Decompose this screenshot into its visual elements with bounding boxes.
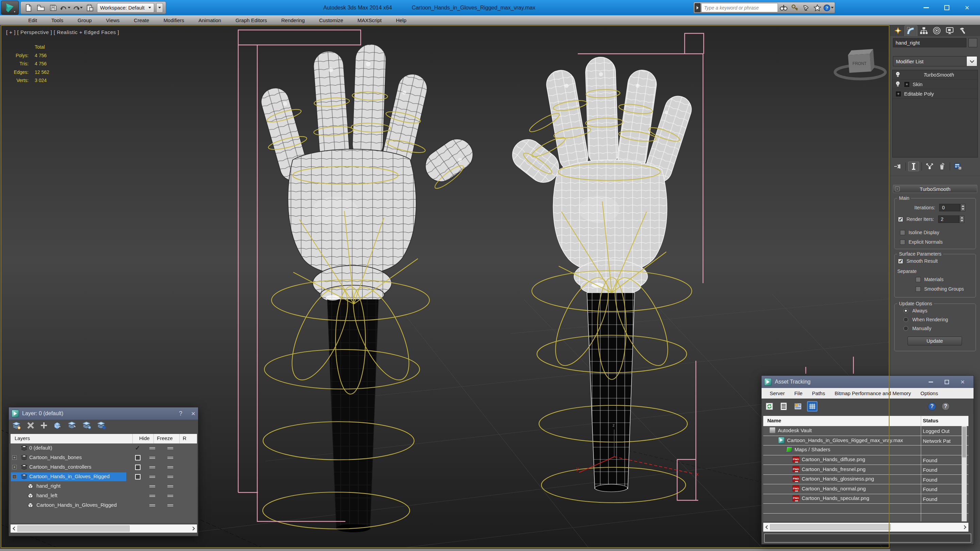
isoline-display-checkbox[interactable] xyxy=(900,230,905,235)
maximize-button[interactable] xyxy=(945,380,949,384)
freeze-toggle[interactable] xyxy=(167,447,173,449)
materials-checkbox[interactable] xyxy=(916,277,921,282)
configure-modifier-sets-icon[interactable] xyxy=(953,162,963,171)
help-dropdown-arrow[interactable] xyxy=(831,7,834,8)
turbosmooth-rollout-header[interactable]: - TurboSmooth xyxy=(893,185,977,193)
visibility-bulb-icon[interactable] xyxy=(895,81,900,88)
hide-toggle[interactable] xyxy=(150,457,155,459)
layer-row[interactable]: 0 (default) xyxy=(11,443,197,453)
object-color-swatch[interactable] xyxy=(969,38,977,47)
help-icon[interactable]: ? xyxy=(942,402,950,411)
close-button[interactable]: × xyxy=(191,409,195,417)
asset-row[interactable]: PNGCartoon_Hands_diffuse.png Found xyxy=(763,455,969,465)
minimize-button[interactable] xyxy=(929,382,933,382)
current-layer-box[interactable] xyxy=(135,455,140,460)
horizontal-scrollbar[interactable] xyxy=(11,524,197,533)
horizontal-scrollbar[interactable] xyxy=(763,523,969,532)
layer-window-titlebar[interactable]: Layer: 0 (default) ? × xyxy=(9,408,198,420)
current-layer-check[interactable] xyxy=(135,444,141,451)
visibility-bulb-icon[interactable] xyxy=(895,72,900,78)
expand-icon[interactable]: + xyxy=(904,82,909,87)
render-iters-checkbox[interactable] xyxy=(898,217,903,222)
menu-file[interactable]: File xyxy=(789,389,807,398)
menu-graph-editors[interactable]: Graph Editors xyxy=(228,15,274,25)
current-layer-box[interactable] xyxy=(135,465,140,470)
hide-toggle[interactable] xyxy=(150,447,155,449)
show-end-result-icon[interactable] xyxy=(908,162,919,171)
open-file-icon[interactable] xyxy=(36,3,46,13)
remove-modifier-icon[interactable] xyxy=(937,162,947,171)
scroll-thumb[interactable] xyxy=(18,526,130,532)
menu-edit[interactable]: Edit xyxy=(21,15,44,25)
hide-toggle[interactable] xyxy=(150,476,155,478)
object-name-field[interactable] xyxy=(893,38,966,47)
menu-server[interactable]: Server xyxy=(765,389,789,398)
asset-row[interactable]: PNGCartoon_Hands_normal.png Found xyxy=(763,484,969,494)
hide-toggle[interactable] xyxy=(150,495,155,497)
menu-views[interactable]: Views xyxy=(99,15,127,25)
render-iters-spinner[interactable] xyxy=(959,215,964,223)
infocenter-collapse-button[interactable] xyxy=(695,3,701,12)
project-folder-icon[interactable] xyxy=(85,3,95,13)
menu-bitmap-performance[interactable]: Bitmap Performance and Memory xyxy=(830,389,916,398)
asset-row[interactable]: Maps / Shaders xyxy=(763,446,969,455)
smooth-result-checkbox[interactable] xyxy=(898,259,903,264)
sign-in-icon[interactable] xyxy=(789,3,800,12)
list-view-icon[interactable] xyxy=(778,401,789,411)
menu-help[interactable]: Help xyxy=(388,15,414,25)
freeze-toggle[interactable] xyxy=(167,476,173,478)
refresh-icon[interactable] xyxy=(764,401,775,411)
tab-create[interactable] xyxy=(891,25,904,36)
stack-row-skin[interactable]: + Skin xyxy=(892,80,978,89)
menu-animation[interactable]: Animation xyxy=(191,15,228,25)
menu-modifiers[interactable]: Modifiers xyxy=(156,15,191,25)
hide-toggle[interactable] xyxy=(150,504,155,506)
menu-paths[interactable]: Paths xyxy=(807,389,830,398)
scroll-thumb[interactable] xyxy=(770,524,891,530)
render-iters-field[interactable]: 2 xyxy=(938,215,959,223)
asset-row[interactable]: Autodesk Vault Logged Out xyxy=(763,426,969,436)
pin-stack-icon[interactable] xyxy=(892,162,903,171)
toolbar-options-button[interactable] xyxy=(156,3,163,13)
update-button[interactable]: Update xyxy=(907,337,962,346)
update-when-rendering-radio[interactable] xyxy=(904,317,908,322)
current-layer-box[interactable] xyxy=(135,474,140,479)
freeze-toggle[interactable] xyxy=(167,485,173,487)
menu-rendering[interactable]: Rendering xyxy=(274,15,312,25)
tab-hierarchy[interactable] xyxy=(917,25,930,36)
object-row[interactable]: Cartoon_Hands_in_Gloves_Rigged xyxy=(11,501,197,510)
expand-icon[interactable]: + xyxy=(896,92,901,96)
highlight-layer-icon[interactable] xyxy=(83,421,92,431)
scroll-left-arrow[interactable] xyxy=(763,526,770,529)
save-file-icon[interactable] xyxy=(48,3,58,13)
undo-dropdown-arrow[interactable] xyxy=(68,7,70,8)
viewport-label[interactable]: [ + ] [ Perspective ] [ Realistic + Edge… xyxy=(6,29,119,35)
layer-row[interactable]: + Cartoon_Hands_controllers xyxy=(11,462,197,472)
collapse-icon[interactable]: - xyxy=(895,186,900,191)
help-button[interactable]: ? xyxy=(179,410,182,417)
iterations-spinner[interactable] xyxy=(960,204,966,211)
chevron-down-icon[interactable] xyxy=(967,56,977,66)
menu-tools[interactable]: Tools xyxy=(44,15,70,25)
search-icon[interactable] xyxy=(778,3,789,12)
update-manually-radio[interactable] xyxy=(904,326,908,331)
vault-help-icon[interactable]: ? xyxy=(928,402,936,411)
tab-motion[interactable] xyxy=(930,25,943,36)
asset-row[interactable]: PNGCartoon_Hands_specular.png Found xyxy=(763,494,969,504)
freeze-toggle[interactable] xyxy=(167,466,173,468)
hide-toggle[interactable] xyxy=(150,485,155,487)
asset-row[interactable]: Cartoon_Hands_in_Gloves_Rigged_max_vray.… xyxy=(763,436,969,446)
update-always-radio[interactable] xyxy=(904,308,908,313)
select-layer-icon[interactable] xyxy=(68,421,77,431)
iterations-field[interactable]: 0 xyxy=(939,204,960,211)
undo-icon[interactable] xyxy=(60,3,70,13)
asset-window-titlebar[interactable]: Asset Tracking × xyxy=(762,376,974,388)
layer-row[interactable]: + Cartoon_Hands_bones xyxy=(11,453,197,462)
close-button[interactable]: × xyxy=(957,0,977,15)
hide-toggle[interactable] xyxy=(150,466,155,468)
tab-utilities[interactable] xyxy=(956,25,969,36)
menu-customize[interactable]: Customize xyxy=(312,15,350,25)
display-settings-icon[interactable] xyxy=(793,401,803,411)
make-unique-icon[interactable] xyxy=(924,162,935,171)
new-layer-icon[interactable] xyxy=(12,421,21,431)
